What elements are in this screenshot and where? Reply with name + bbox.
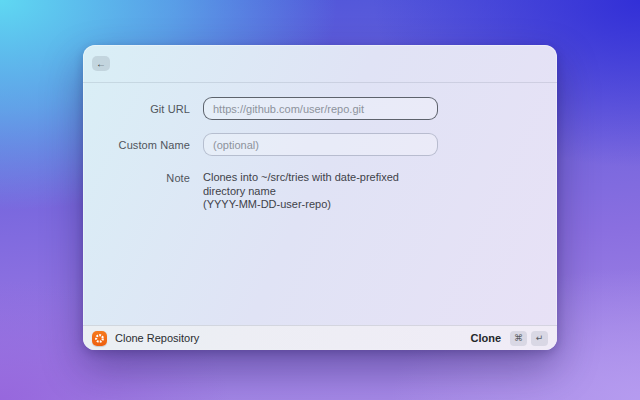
note-line-2: (YYYY-MM-DD-user-repo)	[203, 198, 438, 212]
form-row-git-url: Git URL	[83, 97, 557, 120]
git-url-input[interactable]	[203, 97, 438, 120]
return-key-icon: ↵	[531, 331, 548, 346]
back-button[interactable]: ←	[92, 56, 110, 71]
command-key-icon: ⌘	[510, 331, 527, 346]
custom-name-input[interactable]	[203, 133, 438, 156]
note-text: Clones into ~/src/tries with date-prefix…	[203, 171, 438, 212]
note-line-1: Clones into ~/src/tries with date-prefix…	[203, 171, 438, 198]
clone-repository-dialog: ← Git URL Custom Name Note Clones into ~…	[83, 45, 557, 350]
form-row-note: Note Clones into ~/src/tries with date-p…	[83, 171, 557, 212]
clone-form: Git URL Custom Name Note Clones into ~/s…	[83, 83, 557, 212]
dialog-header: ←	[83, 45, 557, 83]
gear-glyph	[93, 332, 106, 345]
custom-name-label: Custom Name	[83, 139, 190, 151]
git-url-label: Git URL	[83, 103, 190, 115]
form-row-custom-name: Custom Name	[83, 133, 557, 156]
extension-gear-icon	[92, 331, 107, 346]
clone-action-button[interactable]: Clone	[470, 332, 501, 344]
action-bar: Clone Repository Clone ⌘ ↵	[83, 325, 557, 350]
back-arrow-icon: ←	[96, 59, 106, 69]
shortcut-badges: ⌘ ↵	[510, 331, 548, 346]
command-title: Clone Repository	[115, 332, 199, 344]
note-label: Note	[83, 171, 190, 184]
